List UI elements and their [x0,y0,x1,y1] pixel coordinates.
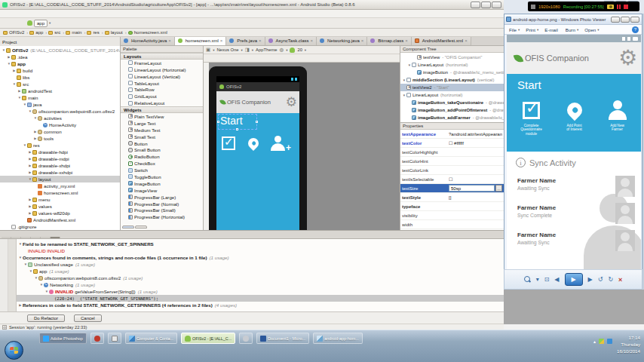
breadcrumb-item[interactable]: main [66,30,85,35]
tray-expand-icon[interactable]: ▴ [593,339,596,344]
tree-item[interactable]: AndroidManifest.xml [0,216,120,223]
window-controls[interactable] [471,2,501,8]
property-value[interactable]: [] [449,195,502,200]
window-controls[interactable] [611,17,639,23]
tree-item[interactable]: Small Text [121,133,203,140]
toolbar-icon[interactable] [492,2,501,8]
tree-item[interactable]: ▼ Field to be renamed to STATE_NETWORK_G… [17,241,504,247]
location-pin-icon[interactable] [246,136,261,151]
close-tab-icon[interactable] [361,38,364,43]
tree-item[interactable]: ProgressBar (Small) [121,207,203,213]
property-row[interactable]: textIsSelectable ☐ [400,175,504,184]
tree-item[interactable]: Widgets [121,106,203,113]
close-tab-icon[interactable] [405,38,408,43]
tree-item[interactable]: ▼ java [0,101,120,108]
stop-icon[interactable] [624,5,628,9]
taskbar-button[interactable]: Computer & Conta... [125,333,177,344]
tool-window-stripe[interactable] [0,239,8,311]
tree-item[interactable]: Small Button [121,146,203,153]
label-item[interactable] [122,225,134,229]
taskbar-button[interactable]: android-app-hom... [313,333,363,344]
tree-item[interactable]: ▼ ofiscompanion.webpoint8.com.ofisv2 (1 … [17,275,504,281]
rotate-right-icon[interactable]: ↻ [608,276,613,283]
tree-item[interactable]: Layouts [121,53,203,60]
breadcrumb-item[interactable]: app [29,30,47,35]
tree-item[interactable]: ▼ res [0,142,120,149]
tree-item[interactable]: Plain TextView [121,113,203,120]
config-icon[interactable]: ▣ [206,47,210,53]
tree-item[interactable]: ▶ .idea [0,54,120,60]
tree-item[interactable]: ▼ app (1 usage) [17,268,504,275]
editor-tab[interactable]: Prefs.java [226,37,265,45]
editor-tab[interactable]: Networking.java [317,37,367,45]
project-panel-header[interactable]: Project [0,37,121,46]
preview-start-text[interactable]: Start [220,115,243,127]
taskbar-button[interactable]: Adobe Photoshop [39,333,87,344]
pause-icon[interactable] [617,5,621,9]
zoom-dropdown-icon[interactable]: ▾ [536,276,539,283]
property-row[interactable]: visibility [400,211,504,220]
tree-item[interactable]: ▼ app [0,60,120,67]
tree-item[interactable]: ImageView [121,187,203,194]
help-icon[interactable]: ? [632,26,639,33]
tree-item[interactable]: ▼ src [0,81,120,87]
property-row[interactable]: textColorLink [400,166,504,175]
tree-item[interactable]: homescreen.xml [0,189,120,196]
editor-tabs[interactable]: HomeActivity.java homescreen.xml Prefs.j… [121,37,504,45]
palette-list[interactable]: Layouts FrameLayout LinearLayout (Horizo… [121,53,203,220]
component-tree[interactable]: textView - "OFIS Companion" ▼ LinearLayo… [400,53,504,122]
tree-item[interactable]: ▼ Networking (1 usage) [17,281,504,288]
property-row[interactable]: width [400,220,504,229]
tree-item[interactable]: ▶ References in code to field STATE_NETW… [17,302,504,308]
close-tab-icon[interactable] [465,38,468,43]
editor-tab[interactable]: Bitmap.class [367,37,412,45]
tree-item[interactable]: Large Text [121,120,203,127]
tree-item[interactable]: ▼ LinearLayout (horizontal) [400,61,504,69]
tree-item[interactable]: ▶ tools [0,135,120,142]
property-row[interactable]: textColorHighlight [400,148,504,157]
tree-item[interactable]: activity_my.xml [0,183,120,189]
tree-item[interactable]: ▶ common [0,128,120,135]
tree-item[interactable]: ProgressBar (Horizontal) [121,213,203,220]
tree-item[interactable]: ▼ LinearLayout (horizontal) [400,91,504,99]
ide-title-bar[interactable]: OFISv2 - [E:\ALL_CODE\ALL_CODE_STUFF_201… [0,0,504,10]
tree-item[interactable]: imageButton_addFarmer - @drawable/ic_ad [400,114,504,121]
tree-item[interactable]: ToggleButton [121,173,203,180]
tree-item[interactable]: ▼ layout [0,176,120,183]
api-level-select[interactable]: 20 [297,48,302,52]
tree-item[interactable]: ▼ activities [0,115,120,121]
toolbar-icon[interactable] [621,17,630,23]
breadcrumb[interactable]: OFISv2appsrcmainreslayouthomescreen.xml [0,29,504,37]
bottom-tool-tabs[interactable] [0,231,504,239]
property-row[interactable]: textAppearance ?android:attr/textAppeara… [400,130,504,139]
tree-item[interactable]: imageButton_addPointOfInterest - @drawa [400,106,504,114]
tree-item[interactable]: Switch [121,167,203,173]
tree-item[interactable]: LinearLayout (Horizontal) [121,66,203,73]
tree-item[interactable]: TableLayout [121,80,203,87]
tree-item[interactable]: textView2 - "Start" [400,84,504,91]
toolbar-icon[interactable] [481,2,491,8]
design-text-tabs[interactable] [122,225,147,229]
delete-icon[interactable]: × [618,276,622,284]
label-item[interactable] [41,237,51,238]
do-refactor-button[interactable]: Do Refactor [27,314,65,322]
tree-item[interactable]: ▼ middleSection (LinearLayout) (vertical… [400,76,504,84]
tree-item[interactable]: RadioButton [121,153,203,160]
selection-handle[interactable] [217,121,219,123]
selection-handle[interactable] [236,128,238,130]
tree-item[interactable]: ImageButton [121,180,203,187]
taskbar-clock[interactable]: 17:14 Thursday 16/10/2014 [617,334,642,354]
close-tab-icon[interactable] [220,38,223,43]
photo-viewer-title-bar[interactable]: android-app-home.png - Windows Photo Vie… [504,14,642,25]
menu-item[interactable]: Open ▾ [584,27,599,32]
property-value[interactable]: ☐ [449,176,502,182]
editor-tab[interactable]: AsyncTask.class [265,37,317,45]
add-farmer-icon[interactable]: + [269,136,287,151]
property-value[interactable]: ?android:attr/textAppearanc [449,132,502,137]
breadcrumb-item[interactable]: OFISv2 [3,30,28,35]
tree-item[interactable]: libs [0,74,120,81]
tray-app-icon[interactable] [599,339,604,344]
tree-item[interactable]: ▶ androidTest [0,87,120,94]
taskbar-buttons[interactable]: Adobe Photoshop Computer & Conta... OFIS… [39,333,363,344]
theme-select[interactable]: AppTheme [256,48,277,52]
